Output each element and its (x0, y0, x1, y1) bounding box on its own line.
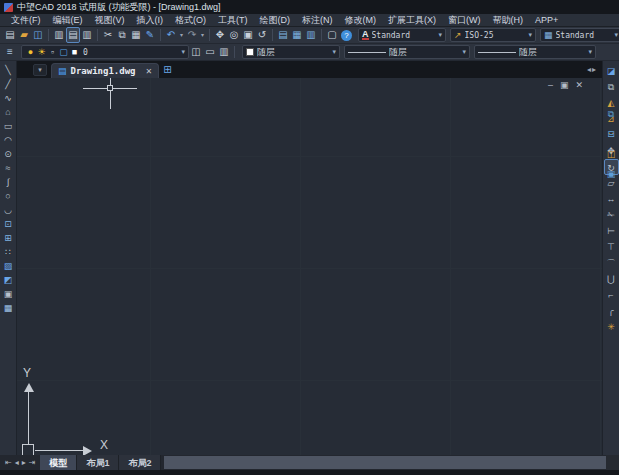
menu-item[interactable]: 视图(V) (90, 14, 130, 27)
chamfer-icon[interactable]: ⌐ (604, 287, 619, 303)
region-icon[interactable]: ▣ (1, 287, 16, 301)
layout-tab[interactable]: 模型 (40, 455, 77, 470)
plot-icon[interactable]: ▥ (52, 27, 66, 43)
break-icon[interactable]: ⌒ (604, 255, 619, 271)
polygon-icon[interactable]: ⌂ (1, 105, 16, 119)
zoom-realtime-icon[interactable]: ◎ (227, 27, 241, 43)
arc-icon[interactable]: ◠ (1, 133, 16, 147)
layer-lock-icon[interactable]: ▢ (58, 47, 69, 57)
text-style-combo[interactable]: A Standard ▾ (358, 28, 446, 42)
gradient-icon[interactable]: ◩ (1, 273, 16, 287)
stretch-icon[interactable]: ↔ (604, 191, 619, 207)
horizontal-scrollbar[interactable] (164, 456, 606, 469)
print-preview-icon[interactable]: ▤ (66, 27, 80, 43)
document-tab-drawing1[interactable]: ▤ Drawing1.dwg ✕ (51, 63, 159, 78)
prev-tab-button[interactable]: ◂ (15, 458, 19, 467)
lineweight-combo[interactable]: 随层 ▾ (474, 45, 596, 59)
new-file-icon[interactable]: ▤ (3, 27, 17, 43)
menu-item[interactable]: 扩展工具(X) (383, 14, 441, 27)
menu-item[interactable]: 编辑(E) (48, 14, 88, 27)
menu-item[interactable]: 帮助(H) (488, 14, 529, 27)
chevron-down-icon[interactable]: ▾ (528, 31, 532, 39)
construction-line-icon[interactable]: ╱ (1, 77, 16, 91)
save-icon[interactable]: ◫ (31, 27, 45, 43)
chevron-down-icon[interactable]: ▾ (438, 31, 442, 39)
draw-order-front-icon[interactable]: ⧉ (604, 104, 619, 124)
menu-item[interactable]: 绘图(D) (255, 14, 296, 27)
redo-icon[interactable]: ↷ (185, 27, 199, 43)
draw-order-back-icon[interactable]: ⊟ (604, 124, 619, 144)
zoom-previous-icon[interactable]: ↺ (255, 27, 269, 43)
trim-icon[interactable]: ✁ (604, 207, 619, 223)
restore-drawing-icon[interactable]: ▣ (560, 80, 569, 90)
draw-order-above-icon[interactable]: ◫ (604, 144, 619, 164)
layer-previous-icon[interactable]: ▭ (203, 44, 217, 60)
extend-icon[interactable]: ⊢ (604, 223, 619, 239)
match-properties-icon[interactable]: ✎ (143, 27, 157, 43)
next-tab-button[interactable]: ▸ (22, 458, 26, 467)
polyline-icon[interactable]: ∿ (1, 91, 16, 105)
point-icon[interactable]: ∷ (1, 245, 16, 259)
chevron-down-icon[interactable]: ▾ (588, 48, 592, 56)
ellipse-icon[interactable]: ○ (1, 189, 16, 203)
tool-palettes-icon[interactable]: ▥ (304, 27, 318, 43)
help-icon[interactable]: ? (341, 30, 352, 41)
minimize-drawing-icon[interactable]: – (548, 80, 553, 90)
open-folder-icon[interactable]: ▰ (17, 27, 31, 43)
first-tab-button[interactable]: ⇤ (5, 458, 12, 467)
tab-overflow-button[interactable]: ▾ (33, 64, 47, 76)
copy-objects-icon[interactable]: ⧉ (604, 79, 619, 95)
break-at-point-icon[interactable]: ⊤ (604, 239, 619, 255)
color-combo[interactable]: 随层 ▾ (242, 45, 340, 59)
menu-item[interactable]: 格式(O) (170, 14, 211, 27)
hatch-icon[interactable]: ▨ (1, 259, 16, 273)
layout-tab[interactable]: 布局2 (119, 455, 161, 470)
explode-icon[interactable]: ✳ (604, 319, 619, 335)
design-center-icon[interactable]: ▦ (290, 27, 304, 43)
copy-icon[interactable]: ⧉ (115, 27, 129, 43)
paste-icon[interactable]: ▦ (129, 27, 143, 43)
create-block-icon[interactable]: ⊞ (1, 231, 16, 245)
properties-palette-icon[interactable]: ▤ (276, 27, 290, 43)
layer-combo[interactable]: ●☀▫▢■ 0 ▾ (21, 45, 189, 59)
last-tab-button[interactable]: ⇥ (29, 458, 36, 467)
scroll-tabs-right-icon[interactable]: ▸ (592, 65, 596, 74)
line-icon[interactable]: ╲ (1, 63, 16, 77)
chevron-down-icon[interactable]: ▾ (462, 48, 466, 56)
menu-item[interactable]: 文件(F) (6, 14, 46, 27)
window-icon[interactable]: ▢ (325, 27, 339, 43)
linetype-combo[interactable]: 随层 ▾ (344, 45, 470, 59)
layer-freeze-sun-icon[interactable]: ☀ (36, 47, 47, 57)
fillet-icon[interactable]: ╭ (604, 303, 619, 319)
revision-cloud-icon[interactable]: ≈ (1, 161, 16, 175)
insert-block-icon[interactable]: ⊡ (1, 217, 16, 231)
rectangle-icon[interactable]: ▭ (1, 119, 16, 133)
menu-item[interactable]: 标注(N) (297, 14, 338, 27)
cut-icon[interactable]: ✂ (101, 27, 115, 43)
layer-properties-manager-icon[interactable]: ≡ (3, 44, 17, 60)
table-icon[interactable]: ▦ (1, 301, 16, 315)
dim-style-combo[interactable]: ↗ ISO-25 ▾ (450, 28, 536, 42)
layout-tab[interactable]: 布局1 (77, 455, 119, 470)
close-drawing-icon[interactable]: ✕ (575, 80, 583, 90)
table-style-combo[interactable]: ▦ Standard ▾ (540, 28, 619, 42)
undo-icon[interactable]: ↶ (164, 27, 178, 43)
close-tab-icon[interactable]: ✕ (146, 67, 153, 76)
pan-icon[interactable]: ✥ (213, 27, 227, 43)
layer-color-swatch[interactable]: ■ (69, 47, 80, 57)
join-icon[interactable]: ⋃ (604, 271, 619, 287)
circle-icon[interactable]: ⊙ (1, 147, 16, 161)
publish-icon[interactable]: ▥ (80, 27, 94, 43)
layer-states-icon[interactable]: ▥ (217, 44, 231, 60)
layer-match-icon[interactable]: ◫ (189, 44, 203, 60)
undo-dropdown-icon[interactable]: ▾ (178, 27, 185, 43)
chevron-down-icon[interactable]: ▾ (614, 31, 618, 39)
menu-item[interactable]: APP+ (530, 15, 563, 25)
menu-item[interactable]: 修改(M) (340, 14, 382, 27)
menu-item[interactable]: 工具(T) (213, 14, 253, 27)
draw-order-below-icon[interactable]: ▣ (604, 164, 619, 184)
menu-item[interactable]: 窗口(W) (443, 14, 486, 27)
zoom-window-icon[interactable]: ▣ (241, 27, 255, 43)
scroll-tabs-left-icon[interactable]: ◂ (587, 65, 591, 74)
menu-item[interactable]: 插入(I) (132, 14, 169, 27)
